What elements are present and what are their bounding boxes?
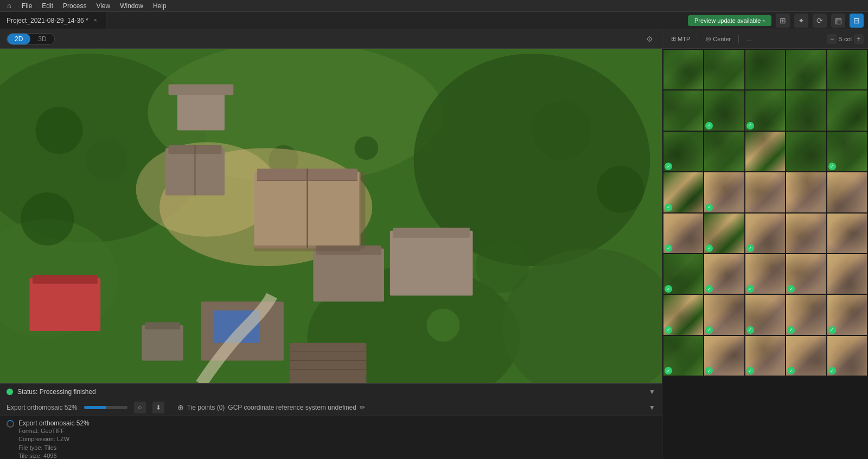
grid-item[interactable] [827, 214, 867, 253]
svg-rect-39 [142, 325, 183, 360]
history-button[interactable]: ⟳ [813, 14, 827, 28]
grid-item-check-icon: ✓ [746, 244, 754, 252]
grid-item[interactable]: ✓ [663, 172, 703, 212]
grid-item[interactable] [786, 214, 826, 253]
menu-file[interactable]: File [17, 1, 36, 11]
svg-rect-33 [390, 231, 473, 296]
svg-rect-41 [254, 245, 360, 251]
grid-item[interactable]: ✓ [786, 295, 826, 334]
grid-item[interactable]: ✓ [704, 254, 744, 294]
grid-item[interactable] [786, 90, 826, 130]
settings-icon[interactable]: ⚙ [643, 33, 655, 45]
gcp-edit-icon[interactable]: ✏ [360, 404, 365, 411]
aerial-view[interactable] [0, 49, 662, 383]
image-panel-toolbar: ⊞ MTP ◎ Center ... − 5 col + [662, 29, 868, 49]
preview-update-button[interactable]: Preview update available › [688, 15, 771, 26]
tab-close-button[interactable]: × [92, 17, 99, 24]
panel-button[interactable]: ⊟ [850, 14, 864, 28]
grid-item[interactable]: ✓ [704, 172, 744, 212]
grid-item[interactable] [663, 90, 703, 130]
grid-item[interactable] [745, 50, 785, 89]
mtp-icon: ⊞ [671, 35, 676, 42]
export-download-button[interactable]: ⬇ [152, 402, 164, 413]
export-circle-button[interactable]: ○ [134, 402, 146, 413]
grid-item[interactable]: ✓ [704, 214, 744, 253]
log-export-details: Format: GeoTIFFCompression: LZWFile type… [18, 427, 655, 459]
menu-edit[interactable]: Edit [37, 1, 58, 11]
grid-item[interactable]: ✓ [663, 132, 703, 171]
tab-title: Project_2021-08-29_14-36 * [7, 17, 88, 24]
grid-item[interactable]: ✓ [704, 90, 744, 130]
grid-item[interactable] [663, 50, 703, 89]
center-button[interactable]: ◎ Center [701, 34, 735, 44]
left-column: 2D 3D ⚙ [0, 29, 662, 459]
export-bar: Export orthomosaic 52% ○ ⬇ ⊕ Tie points … [0, 399, 662, 416]
grid-item[interactable] [827, 50, 867, 89]
grid-item[interactable] [827, 172, 867, 212]
grid-item[interactable]: ✓ [786, 254, 826, 294]
view-2d-button[interactable]: 2D [7, 34, 30, 44]
grid-item-check-icon: ✓ [787, 326, 795, 334]
export-spinner-icon [7, 420, 14, 428]
menu-help[interactable]: Help [149, 1, 171, 11]
grid-item[interactable]: ✓ [663, 295, 703, 334]
panel-divider-2 [738, 35, 739, 43]
grid-item[interactable]: ✓ [663, 214, 703, 253]
pin-button[interactable]: ✦ [794, 14, 808, 28]
tie-points-text: Tie points (0) [187, 404, 225, 411]
svg-rect-42 [359, 172, 365, 249]
status-expand-icon[interactable]: ▼ [649, 388, 655, 396]
grid-item[interactable]: ✓ [745, 254, 785, 294]
gcp-crs-text: GCP coordinate reference system undefine… [228, 404, 356, 411]
grid-item[interactable]: ✓ [745, 90, 785, 130]
main-content: 2D 3D ⚙ [0, 29, 868, 459]
tab-actions: Preview update available › ⊞ ✦ ⟳ ▦ ⊟ [688, 12, 864, 29]
grid-item[interactable]: ✓ [663, 254, 703, 294]
grid-item[interactable] [704, 132, 744, 171]
mtp-button[interactable]: ⊞ MTP [667, 34, 694, 44]
grid-item-check-icon: ✓ [665, 244, 672, 252]
export-bar-expand[interactable]: ▼ [649, 404, 655, 411]
grid-item[interactable]: ✓ [745, 336, 785, 376]
panel-divider-1 [698, 35, 698, 43]
grid-item[interactable]: ✓ [827, 132, 867, 171]
home-icon[interactable]: ⌂ [4, 1, 14, 11]
grid-item[interactable] [786, 172, 826, 212]
grid-item[interactable]: ✓ [663, 336, 703, 376]
col-plus-button[interactable]: + [854, 34, 864, 44]
more-label: ... [746, 36, 751, 42]
grid-item[interactable] [827, 90, 867, 130]
grid-item[interactable] [786, 50, 826, 89]
grid-item-check-icon: ✓ [705, 204, 713, 211]
export-progress-fill [84, 406, 107, 409]
tie-points-section: ⊕ Tie points (0) GCP coordinate referenc… [177, 403, 365, 412]
grid-item[interactable]: ✓ [827, 336, 867, 376]
svg-rect-31 [313, 248, 384, 301]
grid-item[interactable]: ✓ [745, 295, 785, 334]
col-minus-button[interactable]: − [827, 34, 837, 44]
grid-item[interactable]: ✓ [745, 214, 785, 253]
grid-item[interactable]: ✓ [827, 295, 867, 334]
menu-view[interactable]: View [92, 1, 114, 11]
screenshot-button[interactable]: ⊞ [776, 14, 790, 28]
project-tab[interactable]: Project_2021-08-29_14-36 * × [0, 12, 106, 29]
log-export-title: Export orthomosaic 52% [18, 419, 655, 427]
menu-window[interactable]: Window [116, 1, 148, 11]
view-3d-button[interactable]: 3D [30, 34, 54, 44]
grid-item[interactable] [745, 132, 785, 171]
grid-item[interactable]: ✓ [704, 295, 744, 334]
grid-item[interactable] [827, 254, 867, 294]
chart-button[interactable]: ▦ [831, 14, 845, 28]
svg-point-15 [426, 309, 459, 342]
center-icon: ◎ [706, 35, 711, 42]
log-item-export: Export orthomosaic 52% Format: GeoTIFFCo… [7, 419, 655, 459]
grid-item[interactable] [745, 172, 785, 212]
svg-rect-40 [145, 322, 180, 329]
grid-item[interactable]: ✓ [786, 336, 826, 376]
grid-item[interactable] [704, 50, 744, 89]
map-toolbar-right: ⚙ [643, 33, 655, 45]
grid-item[interactable]: ✓ [704, 336, 744, 376]
menu-process[interactable]: Process [59, 1, 91, 11]
more-button[interactable]: ... [742, 34, 756, 44]
grid-item[interactable] [786, 132, 826, 171]
